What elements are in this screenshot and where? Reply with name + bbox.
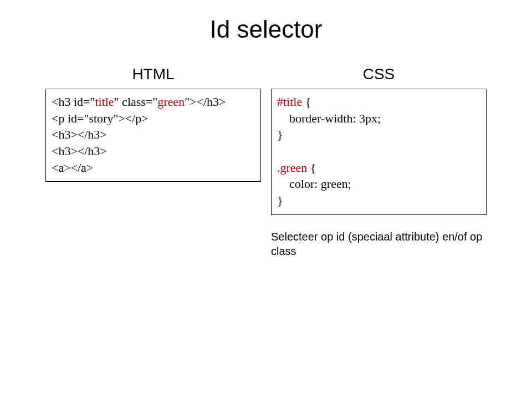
css-caption: Selecteer op id (speciaal attribute) en/…	[271, 229, 487, 258]
code-text: " class="	[114, 95, 158, 109]
code-text: <h3 id="	[52, 95, 95, 109]
columns-container: HTML <h3 id="title" class="green"></h3> …	[0, 65, 532, 258]
code-highlight: .green	[277, 161, 307, 175]
html-column: HTML <h3 id="title" class="green"></h3> …	[45, 65, 261, 258]
css-code-box: #title { border-width: 3px; } .green { c…	[271, 89, 487, 215]
html-code-box: <h3 id="title" class="green"></h3> <p id…	[45, 89, 261, 182]
slide-title: Id selector	[0, 0, 532, 65]
code-highlight: title	[95, 95, 114, 109]
css-column-header: CSS	[271, 65, 487, 83]
code-highlight: green	[157, 95, 185, 109]
html-column-header: HTML	[45, 65, 261, 83]
css-column: CSS #title { border-width: 3px; } .green…	[271, 65, 487, 258]
code-highlight: #title	[277, 95, 302, 109]
